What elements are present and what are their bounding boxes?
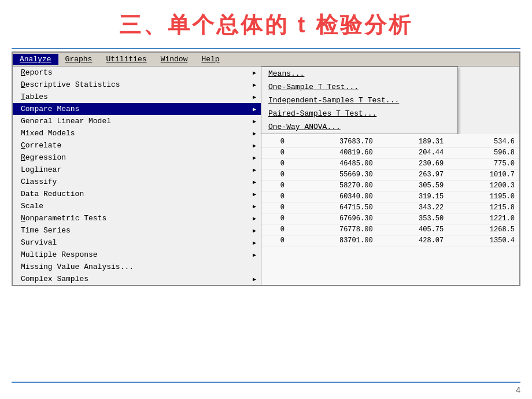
arrow-mixed-models: ▶ [253, 130, 256, 137]
table-row: 058270.00305.591200.3 [261, 180, 519, 191]
menu-item-correlate-label: Correlate [21, 141, 61, 150]
menu-item-data-reduction-label: Data Reduction [21, 190, 84, 198]
menu-item-complex-samples[interactable]: Complex Samples ▶ [13, 273, 261, 285]
submenu-paired-samples[interactable]: Paired-Samples T Test... [261, 107, 457, 120]
menu-item-tables[interactable]: Tables ▶ [13, 91, 261, 103]
submenu-means[interactable]: Means... [261, 67, 457, 80]
menu-item-classify-label: Classify [21, 178, 57, 186]
menu-item-descriptive-label: Descriptive Statistics [21, 80, 120, 89]
menu-item-data-reduction[interactable]: Data Reduction ▶ [13, 188, 261, 200]
arrow-nonparametric: ▶ [253, 215, 256, 222]
menu-item-reports[interactable]: Reports ▶ [13, 66, 261, 79]
arrow-descriptive: ▶ [253, 82, 256, 88]
menu-item-descriptive[interactable]: Descriptive Statistics ▶ [13, 79, 261, 91]
arrow-loglinear: ▶ [253, 167, 256, 173]
data-table: 037683.70189.31534.6 040819.60204.44596.… [261, 136, 519, 246]
menu-item-survival[interactable]: Survival ▶ [13, 237, 261, 249]
menu-bar-container: Analyze Graphs Utilities Window Help Rep… [12, 51, 520, 286]
menu-window[interactable]: Window [154, 54, 195, 65]
arrow-scale: ▶ [253, 203, 256, 210]
table-row: 040819.60204.44596.8 [261, 147, 519, 158]
arrow-tables: ▶ [253, 94, 256, 101]
menu-item-time-series-label: Time Series [21, 226, 71, 235]
slide-number: 4 [516, 385, 520, 394]
menu-item-loglinear-label: Loglinear [21, 165, 61, 174]
arrow-time-series: ▶ [253, 227, 256, 234]
top-divider [12, 48, 520, 49]
arrow-multiple-response: ▶ [253, 252, 256, 258]
menu-item-compare-means[interactable]: Compare Means ▶ [13, 103, 261, 115]
arrow-data-reduction: ▶ [253, 191, 256, 198]
data-area: 037683.70189.31534.6 040819.60204.44596.… [261, 134, 519, 285]
submenu-one-way-anova[interactable]: One-Way ANOVA... [261, 120, 457, 134]
table-row: 046485.00230.69775.0 [261, 158, 519, 169]
menu-item-multiple-response[interactable]: Multiple Response ▶ [13, 249, 261, 261]
arrow-compare-means: ▶ [253, 106, 256, 113]
table-row: 037683.70189.31534.6 [261, 136, 519, 147]
menu-utilities[interactable]: Utilities [99, 54, 153, 65]
right-submenu: Means... One-Sample T Test... Independen… [261, 66, 458, 134]
table-row: 060340.00319.151195.0 [261, 191, 519, 202]
table-row: 083701.00428.071350.4 [261, 235, 519, 246]
menu-item-missing-value-label: Missing Value Analysis... [21, 263, 134, 271]
top-menubar: Analyze Graphs Utilities Window Help [13, 53, 519, 66]
table-row: 067696.30353.501221.0 [261, 213, 519, 224]
menu-item-multiple-response-label: Multiple Response [21, 250, 98, 259]
submenu-independent-samples[interactable]: Independent-Samples T Test... [261, 94, 457, 107]
table-row: 076778.00405.751268.5 [261, 224, 519, 235]
slide-title: 三、单个总体的 t 检验分析 [119, 13, 413, 37]
menu-help[interactable]: Help [194, 54, 226, 65]
menu-item-scale[interactable]: Scale ▶ [13, 200, 261, 212]
menu-item-tables-label: Tables [21, 93, 48, 101]
menu-item-regression-label: Regression [21, 153, 66, 162]
left-menu: Reports ▶ Descriptive Statistics ▶ Table… [13, 66, 261, 285]
menu-item-reports-label: Reports [21, 68, 53, 77]
table-row: 055669.30263.971010.7 [261, 169, 519, 180]
menu-item-nonparametric[interactable]: Nonparametric Tests ▶ [13, 212, 261, 224]
menu-item-general-linear[interactable]: General Linear Model ▶ [13, 115, 261, 127]
menu-item-compare-means-label: Compare Means [21, 105, 79, 113]
menu-item-mixed-models[interactable]: Mixed Models ▶ [13, 127, 261, 139]
table-row: 064715.50343.221215.8 [261, 202, 519, 213]
title-area: 三、单个总体的 t 检验分析 [0, 0, 532, 46]
arrow-survival: ▶ [253, 239, 256, 246]
submenu-one-sample-t[interactable]: One-Sample T Test... [261, 80, 457, 94]
arrow-reports: ▶ [253, 69, 256, 76]
arrow-classify: ▶ [253, 179, 256, 186]
menu-item-loglinear[interactable]: Loglinear ▶ [13, 164, 261, 176]
arrow-correlate: ▶ [253, 142, 256, 149]
menu-item-nonparametric-label: Nonparametric Tests [21, 214, 106, 223]
dropdown-area: Reports ▶ Descriptive Statistics ▶ Table… [13, 66, 519, 285]
menu-item-scale-label: Scale [21, 202, 43, 210]
arrow-regression: ▶ [253, 154, 256, 161]
menu-item-survival-label: Survival [21, 238, 57, 247]
menu-item-classify[interactable]: Classify ▶ [13, 176, 261, 188]
menu-item-general-linear-label: General Linear Model [21, 117, 111, 125]
menu-analyze[interactable]: Analyze [13, 54, 58, 65]
menu-item-missing-value[interactable]: Missing Value Analysis... [13, 261, 261, 273]
bottom-divider [12, 382, 520, 383]
menu-item-complex-samples-label: Complex Samples [21, 275, 88, 283]
menu-item-mixed-models-label: Mixed Models [21, 129, 75, 138]
arrow-complex-samples: ▶ [253, 276, 256, 283]
arrow-general-linear: ▶ [253, 118, 256, 125]
menu-item-regression[interactable]: Regression ▶ [13, 152, 261, 164]
menu-item-time-series[interactable]: Time Series ▶ [13, 224, 261, 237]
menu-item-correlate[interactable]: Correlate ▶ [13, 139, 261, 152]
menu-graphs[interactable]: Graphs [58, 54, 99, 65]
